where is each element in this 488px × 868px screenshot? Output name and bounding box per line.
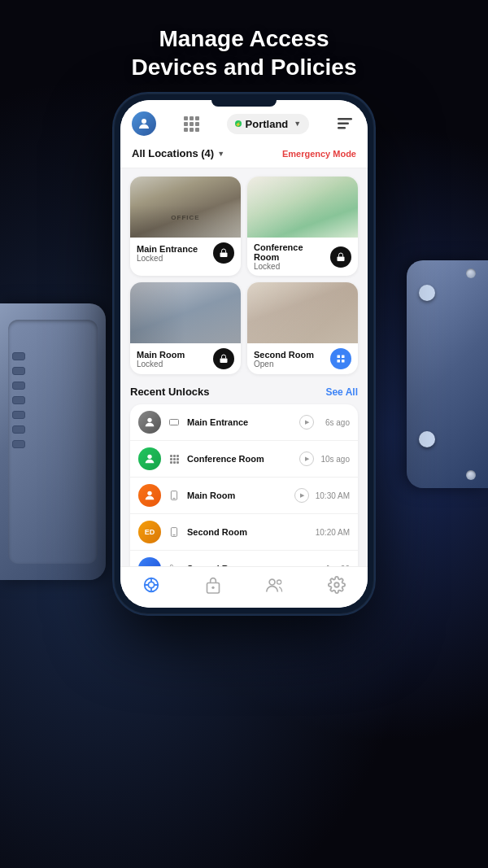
see-all-button[interactable]: See All: [325, 386, 358, 398]
room-text-second-room: Second Room Open: [254, 350, 314, 369]
unlock-item-5[interactable]: JC Second Room Jun 20: [130, 551, 358, 566]
room-lock-btn-main-room[interactable]: [213, 348, 234, 369]
device-icon-3: [168, 489, 181, 502]
hw-btn-6: [12, 425, 25, 434]
svg-rect-9: [338, 360, 341, 363]
device-icon-2: [168, 452, 181, 465]
svg-point-28: [277, 580, 281, 584]
room-status-second-room: Open: [254, 360, 314, 369]
rooms-grid: Main Entrance Locked: [130, 177, 358, 374]
people-icon: [265, 575, 285, 595]
room-image-main-entrance: [130, 177, 241, 238]
locations-chevron-icon: ▼: [217, 150, 224, 158]
room-text-conference: Conference Room Locked: [254, 242, 330, 271]
menu-icon[interactable]: [333, 112, 356, 135]
hw-btn-2: [12, 367, 25, 375]
screw-br: [466, 470, 476, 480]
room-card-conference[interactable]: Conference Room Locked: [247, 177, 358, 276]
unlock-room-4: Second Room: [187, 527, 309, 537]
unlock-time-3: 10:30 AM: [316, 491, 350, 500]
room-status-main-room: Locked: [137, 360, 185, 369]
grid-menu-icon[interactable]: [184, 116, 199, 132]
phone-screen: Portland ▼ All Locations (4) ▼ Eme: [120, 100, 368, 608]
room-open-btn-second-room[interactable]: [330, 348, 351, 369]
room-image-second-room: [247, 282, 358, 343]
room-info-second-room: Second Room Open: [247, 343, 358, 374]
unlock-item-1[interactable]: Main Entrance ▶ 6s ago: [130, 404, 358, 441]
svg-rect-1: [338, 118, 352, 120]
play-btn-1[interactable]: ▶: [299, 415, 314, 430]
emergency-mode-button[interactable]: Emergency Mode: [282, 149, 356, 159]
room-info-main-entrance: Main Entrance Locked: [130, 238, 241, 268]
phone-notch: [211, 100, 277, 107]
svg-point-11: [147, 418, 151, 422]
room-card-main-room[interactable]: Main Room Locked: [130, 282, 241, 374]
hardware-right: [407, 260, 488, 488]
room-text-main-room: Main Room Locked: [137, 350, 185, 369]
hw-btn-1: [12, 352, 25, 360]
nav-home[interactable]: [130, 575, 172, 595]
svg-rect-10: [342, 360, 345, 363]
access-icon: [203, 575, 223, 595]
home-icon: [142, 575, 161, 595]
unlock-item-2[interactable]: Conference Room ▶ 10s ago: [130, 441, 358, 478]
bottom-nav: [120, 566, 368, 608]
headline: Manage Access Devices and Policies: [131, 24, 356, 81]
device-icon-4: [168, 526, 181, 539]
svg-rect-7: [338, 355, 341, 359]
hw-btn-3: [12, 382, 25, 390]
location-name: Portland: [246, 118, 289, 130]
svg-rect-5: [338, 256, 345, 261]
svg-rect-8: [342, 355, 345, 359]
svg-rect-6: [220, 359, 228, 364]
room-text-main-entrance: Main Entrance Locked: [137, 244, 198, 263]
svg-point-29: [334, 582, 339, 587]
unlock-time-1: 6s ago: [320, 418, 350, 427]
room-card-second-room[interactable]: Second Room Open: [247, 282, 358, 374]
room-name-second-room: Second Room: [254, 350, 314, 360]
settings-icon: [327, 575, 346, 595]
unlock-avatar-2: [138, 447, 161, 470]
user-avatar[interactable]: [132, 111, 156, 136]
chevron-down-icon: ▼: [294, 120, 301, 128]
svg-point-26: [211, 587, 214, 589]
nav-settings[interactable]: [316, 575, 358, 595]
room-name-conference: Conference Room: [254, 242, 330, 262]
unlock-item-3[interactable]: Main Room ▶ 10:30 AM: [130, 478, 358, 514]
room-card-main-entrance[interactable]: Main Entrance Locked: [130, 177, 241, 276]
svg-rect-2: [338, 123, 349, 125]
room-name-main-room: Main Room: [137, 350, 185, 360]
unlock-room-3: Main Room: [187, 491, 288, 500]
svg-point-27: [269, 579, 275, 585]
recent-unlocks-title: Recent Unlocks: [130, 386, 210, 398]
svg-point-20: [148, 582, 154, 587]
room-lock-btn-main-entrance[interactable]: [213, 242, 234, 264]
room-image-conference: [247, 177, 358, 238]
hardware-left: [0, 303, 106, 580]
unlock-avatar-3: [138, 484, 161, 507]
play-btn-3[interactable]: ▶: [294, 488, 309, 503]
locations-count-label: All Locations (4): [132, 147, 214, 159]
location-status-dot: [235, 120, 242, 127]
svg-rect-3: [338, 127, 346, 129]
unlock-avatar-4: ED: [138, 521, 161, 543]
svg-point-0: [142, 119, 146, 124]
nav-people[interactable]: [254, 575, 296, 595]
recent-unlocks-header: Recent Unlocks See All: [130, 386, 358, 398]
nav-access[interactable]: [192, 575, 234, 595]
locations-filter[interactable]: All Locations (4) ▼: [132, 147, 224, 159]
svg-rect-12: [170, 420, 179, 425]
unlock-time-2: 10s ago: [320, 455, 350, 464]
unlock-list: Main Entrance ▶ 6s ago: [130, 404, 358, 566]
play-btn-2[interactable]: ▶: [299, 451, 314, 466]
screw-tr: [466, 268, 476, 278]
svg-rect-4: [220, 253, 228, 258]
phone-shell: Portland ▼ All Locations (4) ▼ Eme: [114, 94, 374, 614]
room-info-conference: Conference Room Locked: [247, 238, 358, 276]
room-status-main-entrance: Locked: [137, 254, 198, 263]
room-lock-btn-conference[interactable]: [330, 246, 351, 268]
location-selector[interactable]: Portland ▼: [227, 114, 310, 134]
scroll-content: Main Entrance Locked: [120, 168, 368, 566]
unlock-avatar-5: JC: [138, 557, 161, 566]
unlock-item-4[interactable]: ED Second Room 10:20 AM: [130, 514, 358, 551]
